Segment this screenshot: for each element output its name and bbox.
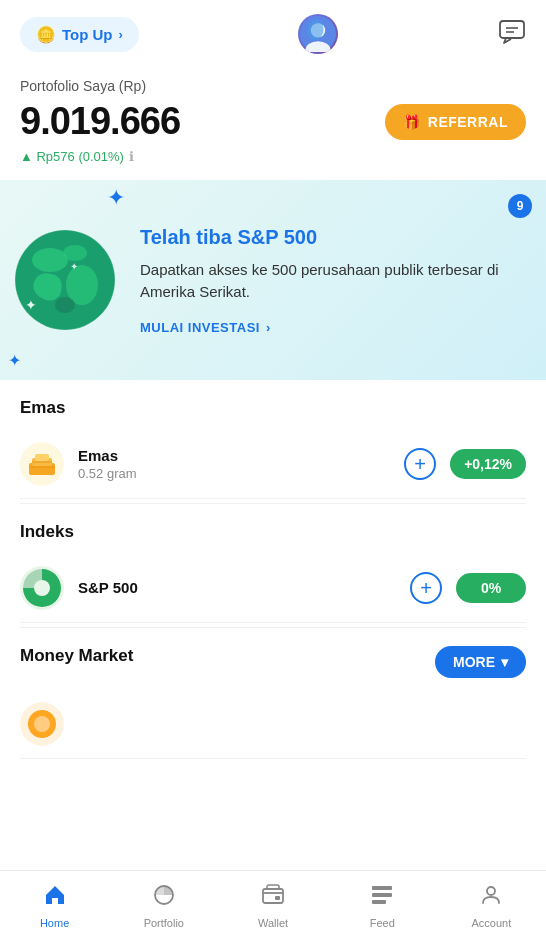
bottom-navigation: Home Portfolio Wallet: [0, 870, 546, 940]
emas-row: Emas 0.52 gram + +0,12%: [20, 430, 526, 499]
svg-rect-27: [372, 893, 392, 897]
sp500-add-button[interactable]: +: [410, 572, 442, 604]
more-button[interactable]: MORE ▾: [435, 646, 526, 678]
sp500-row: S&P 500 + 0%: [20, 554, 526, 623]
referral-label: REFERRAL: [428, 114, 508, 130]
header: 🪙 Top Up ›: [0, 0, 546, 68]
emas-sub: 0.52 gram: [78, 466, 390, 481]
svg-text:✦: ✦: [70, 261, 78, 272]
svg-point-8: [63, 245, 87, 261]
svg-point-22: [34, 716, 50, 732]
sp500-icon: [20, 566, 64, 610]
svg-rect-16: [35, 454, 49, 461]
nav-account[interactable]: Account: [437, 875, 546, 937]
referral-button[interactable]: 🎁 REFERRAL: [385, 104, 526, 140]
svg-point-20: [34, 580, 50, 596]
home-icon: [43, 883, 67, 913]
indeks-title: Indeks: [20, 522, 526, 542]
svg-point-29: [487, 887, 495, 895]
more-label: MORE: [453, 654, 495, 670]
emas-badge: +0,12%: [450, 449, 526, 479]
indeks-section: Indeks S&P 500 + 0%: [0, 504, 546, 627]
portfolio-value: 9.019.666: [20, 100, 180, 143]
change-value: ▲ Rp576 (0.01%): [20, 149, 124, 164]
banner-title: Telah tiba S&P 500: [140, 226, 526, 249]
wallet-icon: 🪙: [36, 25, 56, 44]
chevron-right-icon: ›: [119, 27, 123, 42]
svg-rect-24: [263, 889, 283, 903]
svg-point-6: [15, 230, 115, 330]
money-market-row: [20, 690, 526, 759]
nav-wallet-label: Wallet: [258, 917, 288, 929]
emas-icon: [20, 442, 64, 486]
sp500-info: S&P 500: [78, 579, 396, 598]
emas-name: Emas: [78, 447, 390, 464]
avatar[interactable]: [298, 14, 338, 54]
banner-cta-button[interactable]: MULAI INVESTASI ›: [140, 320, 526, 335]
svg-rect-3: [500, 21, 524, 38]
nav-portfolio[interactable]: Portfolio: [109, 875, 218, 937]
emas-add-button[interactable]: +: [404, 448, 436, 480]
sp500-name: S&P 500: [78, 579, 396, 596]
portfolio-section: Portofolio Saya (Rp) 9.019.666 🎁 REFERRA…: [0, 68, 546, 180]
portfolio-label: Portofolio Saya (Rp): [20, 78, 526, 94]
gift-icon: 🎁: [403, 114, 421, 130]
nav-feed[interactable]: Feed: [328, 875, 437, 937]
money-market-section: Money Market MORE ▾: [0, 628, 546, 690]
nav-portfolio-label: Portfolio: [144, 917, 184, 929]
avatar-container: [298, 14, 338, 54]
cta-chevron-icon: ›: [266, 320, 271, 335]
emas-section: Emas Emas 0.52 gram + +0,12%: [0, 380, 546, 503]
notification-badge: 9: [508, 194, 532, 218]
scroll-content: Portofolio Saya (Rp) 9.019.666 🎁 REFERRA…: [0, 68, 546, 839]
top-up-label: Top Up: [62, 26, 113, 43]
globe-illustration: ✦ ✦ ✦ ✦: [0, 180, 130, 380]
nav-home-label: Home: [40, 917, 69, 929]
banner-card: 9 ✦ ✦ ✦ ✦ Telah tiba S&P 500 Dapatka: [0, 180, 546, 380]
svg-rect-28: [372, 900, 386, 904]
cta-label: MULAI INVESTASI: [140, 320, 260, 335]
message-button[interactable]: [498, 17, 526, 51]
emas-info: Emas 0.52 gram: [78, 447, 390, 481]
top-up-button[interactable]: 🪙 Top Up ›: [20, 17, 139, 52]
wallet-nav-icon: [261, 883, 285, 913]
svg-point-10: [55, 297, 75, 313]
sp500-badge: 0%: [456, 573, 526, 603]
banner-description: Dapatkan akses ke 500 perusahaan publik …: [140, 259, 526, 304]
portfolio-change: ▲ Rp576 (0.01%) ℹ: [20, 149, 526, 164]
svg-text:✦: ✦: [25, 297, 37, 313]
nav-wallet[interactable]: Wallet: [218, 875, 327, 937]
portfolio-icon: [152, 883, 176, 913]
account-icon: [479, 883, 503, 913]
money-market-title: Money Market: [20, 646, 133, 666]
nav-account-label: Account: [472, 917, 512, 929]
nav-feed-label: Feed: [370, 917, 395, 929]
svg-rect-25: [275, 896, 280, 900]
nav-home[interactable]: Home: [0, 875, 109, 937]
portfolio-value-row: 9.019.666 🎁 REFERRAL: [20, 100, 526, 143]
chevron-down-icon: ▾: [501, 654, 508, 670]
money-market-preview: [0, 690, 546, 759]
svg-rect-26: [372, 886, 392, 890]
emas-title: Emas: [20, 398, 526, 418]
svg-point-7: [32, 248, 68, 272]
info-icon[interactable]: ℹ: [129, 149, 134, 164]
feed-icon: [370, 883, 394, 913]
money-market-icon: [20, 702, 64, 746]
